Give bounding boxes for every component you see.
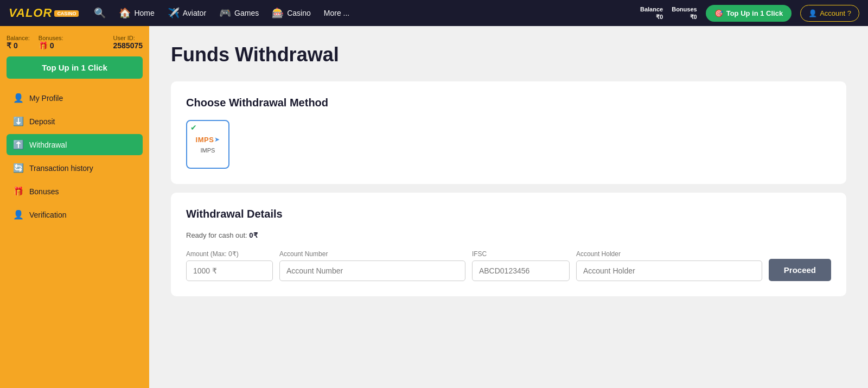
userid-label: User ID:: [113, 35, 143, 41]
amount-input[interactable]: [186, 260, 273, 281]
sidebar-item-withdrawal[interactable]: ⬆️ Withdrawal: [7, 134, 143, 155]
account-number-input[interactable]: [279, 260, 465, 281]
nav-bonuses-info: Bonuses ₹0: [672, 5, 697, 21]
sidebar-bonuses: Bonuses: 🎁 0: [39, 35, 63, 50]
sidebar-stats: Balance: ₹ 0 Bonuses: 🎁 0 User ID: 25850…: [7, 35, 143, 50]
casino-icon: 🎰: [272, 7, 284, 19]
proceed-button[interactable]: Proceed: [769, 259, 831, 281]
page-title: Funds Withdrawal: [171, 43, 846, 66]
account-button[interactable]: 👤 Account ?: [800, 5, 859, 22]
choose-method-card: Choose Withdrawal Method ✔ IMPS ➤ IMPS: [171, 81, 846, 184]
account-number-group: Account Number: [279, 250, 465, 281]
sidebar-item-verification[interactable]: 👤 Verification: [7, 204, 143, 225]
bonuses-icon: 🎁: [13, 186, 24, 196]
ifsc-group: IFSC: [472, 250, 570, 281]
sidebar-item-transaction-history[interactable]: 🔄 Transaction history: [7, 157, 143, 179]
sidebar-item-deposit[interactable]: ⬇️ Deposit: [7, 111, 143, 132]
balance-label: Balance:: [7, 35, 30, 41]
sidebar-balance: Balance: ₹ 0: [7, 35, 30, 50]
methods-row: ✔ IMPS ➤ IMPS: [186, 120, 831, 169]
main-content: Funds Withdrawal Choose Withdrawal Metho…: [149, 26, 868, 388]
nav-home[interactable]: 🏠 Home: [119, 7, 154, 19]
ready-text: Ready for cash out: 0₹: [186, 231, 831, 239]
sidebar-deposit-label: Deposit: [29, 117, 55, 126]
nav-casino[interactable]: 🎰 Casino: [272, 7, 311, 19]
sidebar-profile-label: My Profile: [29, 94, 63, 103]
nav-more[interactable]: More ...: [324, 9, 349, 17]
search-icon[interactable]: 🔍: [94, 7, 106, 19]
account-number-label: Account Number: [279, 250, 465, 258]
sidebar-topup-button[interactable]: Top Up in 1 Click: [7, 56, 143, 79]
nav-bonuses-value: ₹0: [690, 13, 697, 21]
ifsc-input[interactable]: [472, 260, 570, 281]
account-btn-label: Account ?: [820, 9, 851, 17]
sidebar-item-bonuses[interactable]: 🎁 Bonuses: [7, 181, 143, 202]
sidebar-bonuses-label: Bonuses: [29, 187, 59, 196]
casino-badge: CASINO: [54, 10, 79, 17]
logo[interactable]: VALOR CASINO: [9, 6, 79, 20]
amount-group: Amount (Max: 0₹): [186, 250, 273, 281]
balance-value: ₹ 0: [7, 41, 30, 50]
sidebar-menu: 👤 My Profile ⬇️ Deposit ⬆️ Withdrawal 🔄 …: [7, 87, 143, 225]
aviator-icon: ✈️: [168, 7, 180, 19]
bonuses-label: Bonuses:: [39, 35, 63, 41]
nav-balance-info: Balance ₹0: [640, 5, 663, 21]
history-icon: 🔄: [13, 163, 24, 173]
imps-method[interactable]: ✔ IMPS ➤ IMPS: [186, 120, 229, 169]
nav-casino-label: Casino: [287, 9, 311, 17]
sidebar-withdrawal-label: Withdrawal: [29, 141, 67, 149]
topup-btn-label: Top Up in 1 Click: [726, 9, 783, 17]
nav-more-label: More ...: [324, 9, 349, 17]
checkmark-icon: ✔: [190, 123, 197, 132]
profile-icon: 👤: [13, 93, 24, 103]
deposit-icon: ⬇️: [13, 116, 24, 126]
nav-right: Balance ₹0 Bonuses ₹0 🎯 Top Up in 1 Clic…: [640, 5, 859, 22]
amount-label: Amount (Max: 0₹): [186, 250, 273, 258]
withdrawal-icon: ⬆️: [13, 139, 24, 150]
imps-label: IMPS: [201, 147, 215, 154]
withdrawal-details-title: Withdrawal Details: [186, 208, 831, 220]
ifsc-label: IFSC: [472, 250, 570, 258]
sidebar-userid: User ID: 2585075: [113, 35, 143, 50]
choose-method-title: Choose Withdrawal Method: [186, 97, 831, 109]
logo-text: VALOR: [9, 6, 52, 20]
nav-aviator[interactable]: ✈️ Aviator: [168, 7, 206, 19]
sidebar: Balance: ₹ 0 Bonuses: 🎁 0 User ID: 25850…: [0, 26, 149, 388]
bonuses-value: 🎁 0: [39, 41, 63, 50]
imps-logo-text: IMPS: [196, 136, 214, 144]
withdrawal-details-card: Withdrawal Details Ready for cash out: 0…: [171, 193, 846, 296]
nav-balance-label: Balance: [640, 5, 663, 13]
imps-logo-wrap: IMPS ➤: [196, 136, 220, 144]
nav-balance-value: ₹0: [656, 13, 663, 21]
top-navigation: VALOR CASINO 🔍 🏠 Home ✈️ Aviator 🎮 Games…: [0, 0, 868, 26]
nav-games-label: Games: [234, 9, 259, 17]
topup-button[interactable]: 🎯 Top Up in 1 Click: [706, 5, 792, 22]
nav-home-label: Home: [134, 9, 154, 17]
account-holder-input[interactable]: [576, 260, 762, 281]
imps-arrow-icon: ➤: [214, 136, 220, 143]
games-icon: 🎮: [219, 7, 231, 19]
account-holder-group: Account Holder: [576, 250, 762, 281]
withdrawal-form: Amount (Max: 0₹) Account Number IFSC Acc…: [186, 250, 831, 281]
target-icon: 🎯: [714, 9, 723, 17]
account-holder-label: Account Holder: [576, 250, 762, 258]
sidebar-history-label: Transaction history: [29, 164, 93, 173]
nav-games[interactable]: 🎮 Games: [219, 7, 259, 19]
userid-value: 2585075: [113, 41, 143, 50]
verification-icon: 👤: [13, 209, 24, 220]
sidebar-item-my-profile[interactable]: 👤 My Profile: [7, 87, 143, 109]
main-layout: Balance: ₹ 0 Bonuses: 🎁 0 User ID: 25850…: [0, 26, 868, 388]
nav-bonuses-label: Bonuses: [672, 5, 697, 13]
home-icon: 🏠: [119, 7, 131, 19]
sidebar-verification-label: Verification: [29, 211, 66, 219]
nav-aviator-label: Aviator: [183, 9, 206, 17]
person-icon: 👤: [808, 9, 817, 17]
